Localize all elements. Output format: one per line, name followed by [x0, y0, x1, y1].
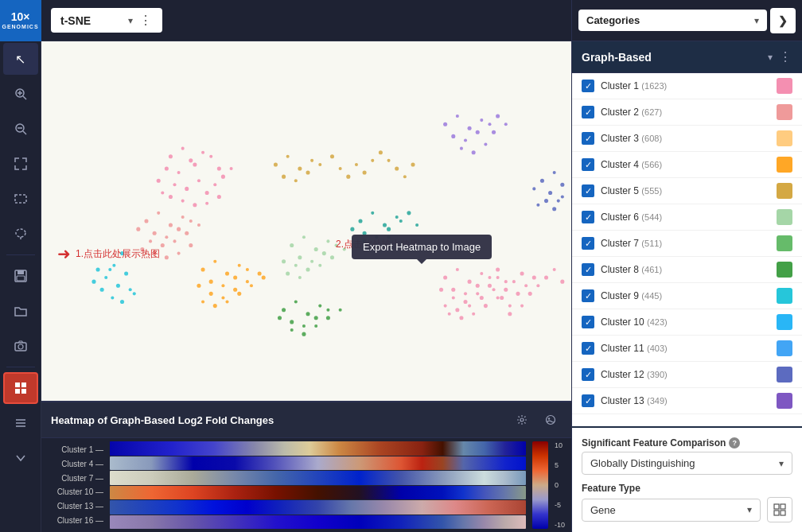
cluster-item-9[interactable]: ✓ Cluster 9 (445) [572, 283, 802, 309]
cluster-checkbox-7[interactable]: ✓ [582, 237, 594, 250]
cluster-checkbox-8[interactable]: ✓ [582, 263, 594, 276]
cursor-tool-button[interactable]: ↖ [3, 43, 38, 75]
svg-point-118 [314, 247, 318, 251]
svg-point-39 [161, 191, 164, 194]
svg-rect-16 [21, 382, 26, 387]
svg-point-227 [548, 417, 550, 419]
heatmap-grid-button[interactable] [3, 372, 38, 404]
heatmap-content: Cluster 1 — Cluster 4 — Cluster 7 — Clus… [41, 438, 571, 532]
cluster-checkbox-2[interactable]: ✓ [582, 106, 594, 118]
expand-button[interactable] [3, 148, 38, 180]
cluster-item-3[interactable]: ✓ Cluster 3 (608) [572, 126, 802, 152]
zoom-out-button[interactable] [3, 113, 38, 145]
svg-point-104 [112, 264, 115, 267]
svg-point-52 [189, 219, 193, 223]
right-bottom-panel: Significant Feature Comparison ? Globall… [572, 426, 802, 532]
cluster-item-2[interactable]: ✓ Cluster 2 (627) [572, 99, 802, 126]
heatmap-legend: 10 5 0 -5 -10 [532, 441, 565, 529]
significant-feature-dropdown[interactable]: Globally Distinguishing ▾ [582, 452, 792, 475]
zoom-in-button[interactable] [3, 78, 38, 110]
svg-point-226 [547, 416, 555, 425]
lasso-button[interactable] [3, 218, 38, 250]
heatmap-settings-button[interactable] [511, 409, 533, 431]
toolbar-divider-2 [6, 367, 35, 367]
cluster-checkbox-5[interactable]: ✓ [582, 184, 594, 197]
svg-point-84 [274, 162, 278, 166]
main-area: t-SNE ▾ ⋮ [41, 0, 571, 532]
svg-point-57 [185, 231, 189, 235]
cluster-name-12: Cluster 12 (390) [601, 369, 770, 380]
cluster-checkbox-10[interactable]: ✓ [582, 316, 594, 328]
feature-type-dropdown[interactable]: Gene ▾ [582, 499, 761, 522]
svg-point-209 [496, 114, 500, 118]
save-button[interactable] [3, 260, 38, 292]
cluster-item-13[interactable]: ✓ Cluster 13 (349) [572, 388, 802, 414]
right-panel: Categories ▾ ❯ Graph-Based ▾ ⋮ ✓ Cluster… [571, 0, 802, 532]
heatmap-export-button[interactable] [539, 409, 562, 431]
cluster-item-8[interactable]: ✓ Cluster 8 (461) [572, 257, 802, 283]
cluster-item-1[interactable]: ✓ Cluster 1 (1623) [572, 73, 802, 99]
svg-point-72 [197, 284, 200, 288]
heatmap-label-4: Cluster 13 — [48, 502, 103, 511]
svg-point-73 [209, 292, 213, 296]
select-rect-button[interactable] [3, 183, 38, 215]
svg-rect-7 [15, 195, 26, 203]
cluster-item-11[interactable]: ✓ Cluster 11 (403) [572, 336, 802, 362]
svg-point-131 [298, 276, 302, 279]
cluster-item-7[interactable]: ✓ Cluster 7 (511) [572, 231, 802, 257]
folder-button[interactable] [3, 295, 38, 327]
svg-point-50 [165, 235, 168, 239]
graph-based-menu[interactable]: ⋮ [779, 49, 792, 64]
annotation-label-1: 1.点击此处展示热图 [76, 247, 160, 261]
svg-rect-229 [781, 504, 785, 509]
svg-point-126 [306, 267, 310, 271]
chevron-down-button[interactable] [3, 442, 38, 474]
cluster-checkbox-1[interactable]: ✓ [582, 80, 594, 92]
svg-point-198 [544, 276, 548, 280]
cluster-checkbox-9[interactable]: ✓ [582, 289, 594, 302]
heatmap-row-3 [110, 486, 526, 500]
graph-based-arrow[interactable]: ▾ [768, 52, 773, 63]
list-button[interactable] [3, 407, 38, 439]
heatmap-label-5: Cluster 16 — [48, 516, 103, 525]
heatmap-row-4 [110, 500, 526, 515]
cluster-checkbox-11[interactable]: ✓ [582, 342, 594, 355]
categories-dropdown[interactable]: Categories ▾ [578, 10, 767, 31]
svg-point-62 [177, 252, 181, 255]
svg-point-63 [189, 243, 193, 247]
svg-point-46 [157, 212, 160, 215]
svg-point-136 [290, 320, 294, 324]
svg-point-223 [552, 207, 556, 211]
embedding-menu-dots[interactable]: ⋮ [139, 13, 153, 28]
expand-panel-button[interactable]: ❯ [770, 8, 796, 33]
svg-point-211 [472, 150, 476, 154]
svg-point-24 [189, 158, 193, 162]
cluster-item-4[interactable]: ✓ Cluster 4 (566) [572, 152, 802, 178]
toolbar-divider-1 [6, 254, 35, 255]
cluster-checkbox-6[interactable]: ✓ [582, 211, 594, 223]
help-icon[interactable]: ? [729, 437, 740, 449]
svg-point-161 [456, 268, 459, 271]
cluster-checkbox-12[interactable]: ✓ [582, 368, 594, 381]
svg-point-160 [443, 276, 447, 280]
cluster-item-5[interactable]: ✓ Cluster 5 (555) [572, 178, 802, 204]
svg-point-204 [480, 118, 483, 122]
svg-point-205 [451, 134, 455, 138]
cluster-color-2 [777, 104, 792, 120]
feature-type-value: Gene [590, 504, 744, 516]
cluster-item-10[interactable]: ✓ Cluster 10 (423) [572, 309, 802, 336]
cluster-color-8 [777, 262, 792, 278]
svg-point-92 [330, 154, 334, 158]
embedding-dropdown[interactable]: t-SNE ▾ ⋮ [51, 8, 162, 33]
svg-point-222 [536, 204, 539, 207]
cluster-item-12[interactable]: ✓ Cluster 12 (390) [572, 362, 802, 388]
svg-point-184 [500, 296, 504, 300]
camera-button[interactable] [3, 330, 38, 362]
matrix-button[interactable] [767, 497, 792, 522]
svg-point-166 [476, 284, 480, 288]
cluster-checkbox-13[interactable]: ✓ [582, 394, 594, 407]
cluster-checkbox-4[interactable]: ✓ [582, 158, 594, 171]
cluster-checkbox-3[interactable]: ✓ [582, 132, 594, 145]
cluster-item-6[interactable]: ✓ Cluster 6 (544) [572, 204, 802, 231]
tooltip-text: Export Heatmap to Image [363, 241, 481, 253]
